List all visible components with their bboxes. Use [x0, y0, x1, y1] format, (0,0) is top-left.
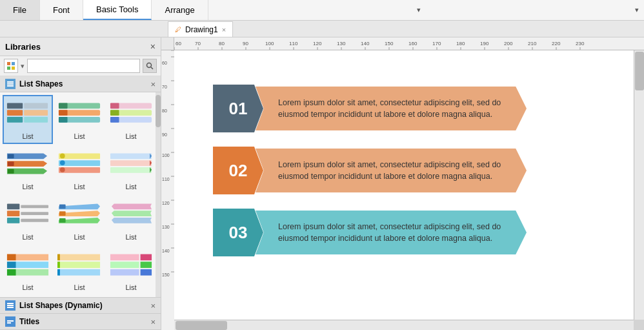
svg-text:160: 160 [408, 41, 418, 46]
menu-arrange[interactable]: Arrange [152, 0, 208, 20]
svg-rect-67 [59, 262, 100, 268]
ruler-horizontal: 60 70 80 90 100 110 120 130 140 [174, 37, 644, 50]
shape-item[interactable]: List [106, 95, 156, 144]
list-icon [6, 80, 14, 88]
shape-item[interactable]: List [106, 196, 156, 245]
svg-rect-14 [24, 117, 48, 123]
svg-rect-68 [59, 269, 100, 276]
bottom-sections: List Shapes (Dynamic) × Titles × [0, 297, 161, 330]
svg-rect-76 [141, 262, 152, 268]
svg-rect-48 [21, 205, 48, 208]
shape-item[interactable]: List [3, 145, 53, 194]
svg-text:220: 220 [552, 41, 561, 46]
shape-preview [5, 99, 50, 131]
svg-rect-9 [7, 103, 23, 109]
svg-marker-57 [112, 204, 152, 210]
tab-doc-icon: 🖊 [175, 26, 181, 33]
menu-more-icon[interactable]: ▾ [630, 0, 644, 20]
ruler-vertical: 60 70 80 90 100 110 120 130 140 [161, 50, 174, 330]
svg-rect-1 [12, 62, 15, 65]
shape-label: List [22, 284, 33, 291]
svg-point-4 [147, 63, 152, 68]
svg-rect-66 [59, 254, 100, 261]
shape-item[interactable]: List [54, 95, 105, 144]
shape-preview [108, 99, 154, 131]
svg-text:60: 60 [162, 61, 167, 65]
dynamic-icon [6, 302, 14, 309]
shape-item[interactable]: List [3, 95, 53, 144]
shape-label: List [74, 284, 85, 291]
horizontal-scrollbar[interactable] [174, 320, 634, 330]
scrollbar-thumb-h[interactable] [176, 321, 227, 330]
sidebar: Libraries × ▾ [0, 37, 161, 330]
vertical-scrollbar[interactable] [634, 50, 644, 320]
sidebar-icon-btn[interactable] [4, 59, 18, 73]
svg-rect-25 [110, 110, 119, 116]
svg-text:110: 110 [289, 41, 298, 46]
shape-item[interactable]: List [54, 145, 105, 194]
section-label: List Shapes [19, 79, 146, 88]
menu-basic-tools[interactable]: Basic Tools [83, 0, 152, 20]
list-content-02: Lorem ipsum dolor sit amet, consectetur … [256, 149, 527, 192]
svg-rect-120 [161, 50, 174, 330]
shape-preview [57, 200, 102, 232]
shape-label: List [22, 183, 33, 191]
menu-file[interactable]: File [0, 0, 40, 20]
shape-item[interactable]: List [54, 196, 105, 245]
svg-rect-74 [110, 269, 139, 276]
ruler-corner [161, 37, 174, 50]
svg-marker-59 [112, 218, 152, 223]
shape-label: List [74, 183, 85, 191]
svg-rect-18 [59, 103, 68, 109]
svg-rect-55 [59, 211, 66, 216]
svg-text:130: 130 [337, 41, 346, 46]
sidebar-search-button[interactable] [143, 59, 157, 73]
callout-tail [499, 254, 507, 262]
sidebar-search-input[interactable] [27, 59, 140, 73]
svg-text:130: 130 [162, 225, 170, 229]
svg-rect-80 [7, 307, 14, 308]
svg-rect-10 [7, 110, 23, 116]
svg-rect-40 [110, 160, 152, 166]
section-dynamic-close[interactable]: × [150, 301, 156, 311]
shape-grid: List List [0, 92, 161, 297]
tab-close-button[interactable]: × [222, 26, 226, 34]
shape-label: List [125, 132, 136, 140]
sidebar-title: Libraries [5, 42, 146, 52]
section-dynamic-label: List Shapes (Dynamic) [19, 301, 146, 310]
svg-text:150: 150 [385, 41, 394, 46]
section-list-shapes[interactable]: List Shapes × [0, 76, 161, 92]
shape-label: List [22, 233, 33, 241]
shape-item[interactable]: List [54, 246, 105, 295]
shape-preview [108, 149, 154, 181]
svg-text:140: 140 [162, 249, 170, 253]
shape-item[interactable]: List [3, 196, 53, 245]
sidebar-scrollbar[interactable] [156, 92, 161, 297]
section-titles-close[interactable]: × [150, 317, 156, 327]
shape-item[interactable]: List [106, 145, 156, 194]
section-titles[interactable]: Titles × [0, 314, 161, 330]
sidebar-close-button[interactable]: × [150, 41, 156, 52]
svg-text:230: 230 [576, 41, 585, 46]
shape-item[interactable]: List [106, 246, 156, 295]
menu-collapse-icon[interactable]: ▾ [412, 0, 426, 20]
canvas-area[interactable]: 60 70 80 90 100 110 120 130 140 [161, 37, 644, 330]
svg-rect-49 [21, 212, 48, 215]
scrollbar-thumb-v[interactable] [635, 52, 644, 90]
drawing-canvas[interactable]: 01 Lorem ipsum dolor sit amet, consectet… [174, 50, 634, 320]
svg-rect-81 [7, 320, 14, 322]
shape-item[interactable]: List [3, 246, 53, 295]
menu-font[interactable]: Font [40, 0, 83, 20]
section-close-button[interactable]: × [150, 79, 156, 89]
svg-text:80: 80 [162, 108, 167, 113]
diagram: 01 Lorem ipsum dolor sit amet, consectet… [213, 83, 527, 258]
shape-label: List [125, 183, 136, 191]
shape-preview [5, 250, 50, 282]
svg-rect-82 [7, 322, 11, 324]
svg-text:140: 140 [361, 41, 370, 46]
svg-text:80: 80 [219, 41, 225, 46]
drawing-tab[interactable]: 🖊 Drawing1 × [168, 21, 233, 37]
section-list-shapes-dynamic[interactable]: List Shapes (Dynamic) × [0, 298, 161, 314]
svg-marker-58 [112, 211, 152, 216]
svg-rect-11 [7, 117, 23, 123]
